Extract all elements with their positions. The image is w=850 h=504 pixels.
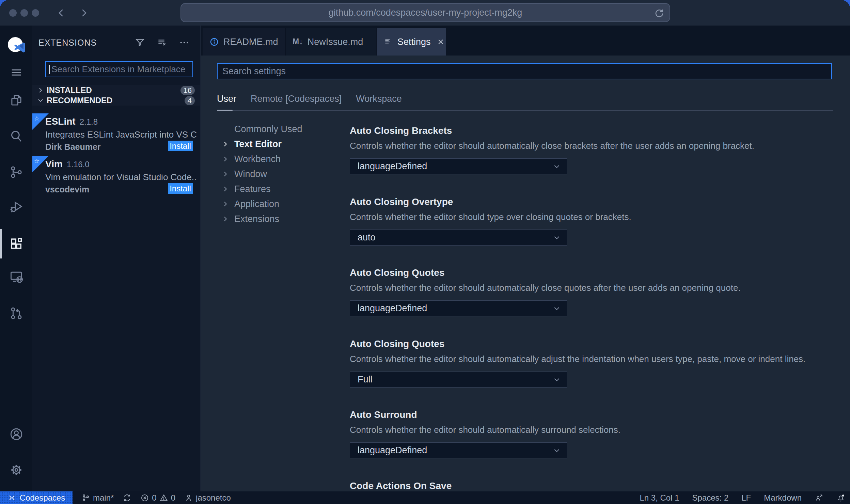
- tree-item-window[interactable]: Window: [221, 168, 267, 180]
- extension-version: 1.16.0: [67, 160, 90, 169]
- sync-icon: [123, 493, 131, 502]
- chevron-right-icon: [221, 185, 230, 193]
- window-zoom-button[interactable]: [32, 9, 39, 17]
- language-mode-status[interactable]: Markdown: [764, 493, 802, 503]
- install-button[interactable]: Install: [168, 141, 193, 151]
- svg-text:☆: ☆: [34, 158, 40, 164]
- pull-requests-icon[interactable]: [0, 298, 32, 329]
- setting-title: Auto Closing Quotes: [350, 267, 444, 278]
- section-label: RECOMMENDED: [47, 96, 112, 105]
- tree-item-text-editor[interactable]: Text Editor: [221, 138, 282, 150]
- extensions-icon[interactable]: [0, 229, 32, 259]
- notification-bell-icon[interactable]: [836, 493, 845, 502]
- window-close-button[interactable]: [9, 9, 17, 17]
- browser-back-button[interactable]: [55, 7, 67, 19]
- more-actions-icon[interactable]: [179, 37, 190, 48]
- extension-list-item[interactable]: ☆ Vim 1.16.0 Vim emulation for Visual St…: [32, 156, 200, 198]
- chevron-right-icon: [221, 200, 230, 208]
- settings-search-input[interactable]: Search settings: [217, 63, 832, 79]
- chevron-right-icon: [221, 155, 230, 163]
- scope-tab-remote[interactable]: Remote [Codespaces]: [251, 94, 342, 104]
- address-bar[interactable]: github.com/codespaces/user-my-project-mg…: [180, 3, 670, 22]
- chevron-right-icon: [221, 140, 230, 148]
- account-icon[interactable]: [0, 419, 32, 450]
- tab-readme[interactable]: README.md: [203, 28, 286, 56]
- chevron-down-icon: [552, 162, 561, 171]
- settings-scope-tabs: User Remote [Codespaces] Workspace: [217, 94, 402, 104]
- setting-title: Code Actions On Save: [350, 481, 452, 491]
- extension-list-item[interactable]: ☆ ESLint 2.1.8 Integrates ESLint JavaScr…: [32, 113, 200, 155]
- setting-title: Auto Closing Quotes: [350, 338, 444, 349]
- warning-icon: [159, 493, 168, 502]
- error-icon: [140, 493, 149, 502]
- filter-icon[interactable]: [135, 37, 145, 48]
- install-button[interactable]: Install: [168, 183, 193, 194]
- window-minimize-button[interactable]: [20, 9, 28, 17]
- extension-description: Integrates ESLint JavaScript into VS C..…: [45, 129, 197, 140]
- settings-list-icon: [383, 37, 393, 47]
- codespaces-label: Codespaces: [20, 493, 65, 503]
- setting-select[interactable]: languageDefined: [350, 300, 567, 316]
- chevron-right-icon: [221, 170, 230, 178]
- browser-forward-button[interactable]: [78, 7, 90, 19]
- extensions-search-input[interactable]: Search Extensions in Marketplace: [45, 61, 193, 77]
- codespaces-remote-indicator[interactable]: Codespaces: [0, 491, 73, 504]
- menu-icon[interactable]: [0, 57, 32, 88]
- setting-select[interactable]: auto: [350, 230, 567, 246]
- search-icon[interactable]: [0, 121, 32, 152]
- scope-tabs-divider: [217, 110, 833, 111]
- scope-tab-user[interactable]: User: [217, 94, 236, 104]
- chevron-down-icon: [552, 375, 561, 384]
- sidebar-title: EXTENSIONS: [38, 26, 97, 60]
- tree-item-features[interactable]: Features: [221, 183, 271, 195]
- branch-status[interactable]: main*: [81, 493, 114, 503]
- reload-icon[interactable]: [654, 7, 664, 18]
- scope-active-underline: [217, 110, 233, 111]
- address-bar-url: github.com/codespaces/user-my-project-mg…: [181, 4, 670, 21]
- tree-item-extensions[interactable]: Extensions: [221, 213, 279, 225]
- scope-tab-workspace[interactable]: Workspace: [356, 94, 402, 104]
- settings-gear-icon[interactable]: [0, 455, 32, 485]
- setting-select[interactable]: Full: [350, 372, 567, 388]
- chevron-right-icon: [221, 215, 230, 223]
- indentation-status[interactable]: Spaces: 2: [692, 493, 729, 503]
- active-view-indicator: [0, 229, 2, 258]
- remote-explorer-icon[interactable]: [0, 262, 32, 292]
- tab-label: README.md: [223, 37, 278, 47]
- recommended-count-badge: 4: [185, 96, 195, 105]
- extension-version: 2.1.8: [80, 117, 98, 127]
- chevron-down-icon: [36, 96, 45, 105]
- git-branch-icon: [81, 493, 90, 502]
- tree-item-application[interactable]: Application: [221, 198, 279, 210]
- tab-newissue[interactable]: M↓ NewIssue.md: [286, 28, 377, 56]
- section-installed[interactable]: INSTALLED 16: [32, 85, 200, 95]
- chevron-down-icon: [552, 446, 561, 455]
- chevron-right-icon: [36, 86, 45, 94]
- tab-settings[interactable]: Settings: [377, 28, 446, 56]
- feedback-icon[interactable]: [815, 493, 823, 502]
- remote-icon: [7, 493, 16, 502]
- setting-select[interactable]: languageDefined: [350, 442, 567, 458]
- sync-status[interactable]: [123, 493, 131, 502]
- clear-extensions-search-icon[interactable]: [157, 37, 168, 48]
- user-status[interactable]: jasonetco: [184, 493, 231, 503]
- setting-title: Auto Surround: [350, 409, 417, 420]
- eol-status[interactable]: LF: [741, 493, 751, 503]
- status-bar: Codespaces main* 0: [0, 491, 850, 504]
- tree-item-workbench[interactable]: Workbench: [221, 153, 281, 165]
- tree-item-commonly-used[interactable]: Commonly Used: [221, 123, 302, 135]
- settings-search-placeholder: Search settings: [222, 66, 286, 77]
- explorer-icon[interactable]: [0, 85, 32, 116]
- cursor-position-status[interactable]: Ln 3, Col 1: [640, 493, 679, 503]
- run-debug-icon[interactable]: [0, 191, 32, 222]
- extension-publisher: vscodevim: [45, 185, 89, 194]
- section-recommended[interactable]: RECOMMENDED 4: [32, 95, 200, 106]
- source-control-icon[interactable]: [0, 157, 32, 187]
- close-icon[interactable]: [437, 38, 445, 46]
- problems-status[interactable]: 0 0: [140, 493, 175, 503]
- setting-description: Controls whether the editor should autom…: [350, 283, 741, 293]
- setting-description: Controls whether the editor should autom…: [350, 141, 754, 151]
- extension-publisher: Dirk Baeumer: [45, 142, 101, 152]
- github-codespaces-logo-icon[interactable]: [0, 30, 32, 61]
- setting-select[interactable]: languageDefined: [350, 158, 567, 174]
